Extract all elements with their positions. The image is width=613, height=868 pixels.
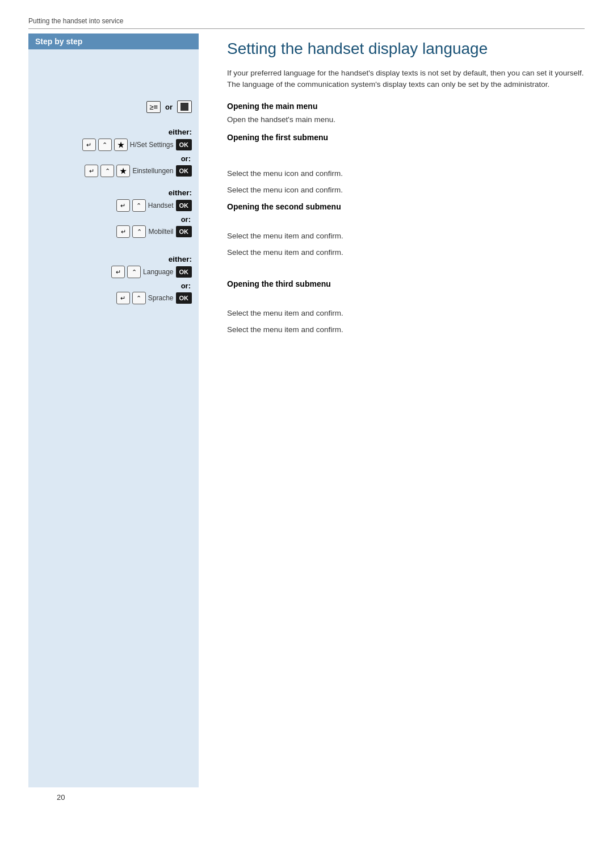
section-heading-0: Opening the main menu — [227, 102, 585, 111]
or-separator-1: or: — [35, 154, 192, 163]
instruction-3b: Select the menu item and confirm. — [227, 325, 585, 334]
section-1: either: ↵ ⌃ ★ H/Set Settings OK or: ↵ ⌃ — [35, 128, 192, 177]
step-row-3a: ↵ ⌃ Language OK — [35, 266, 192, 278]
right-column: Setting the handset display language If … — [210, 33, 585, 787]
page-title: Setting the handset display language — [227, 39, 585, 58]
star-icon-1a: ★ — [114, 139, 128, 151]
step-row-1b: ↵ ⌃ ★ Einstellungen OK — [35, 165, 192, 177]
nav-back-icon-1b: ↵ — [85, 165, 98, 177]
breadcrumb-text: Putting the handset into service — [28, 17, 123, 25]
nav-back-icon-2b: ↵ — [116, 225, 130, 238]
step-row-2a: ↵ ⌃ Handset OK — [35, 199, 192, 212]
page-number: 20 — [57, 793, 613, 802]
ok-button-3a: OK — [176, 266, 192, 278]
section-heading-3: Opening the third submenu — [227, 279, 585, 288]
instruction-1a: Select the menu icon and confirm. — [227, 169, 585, 178]
either-label-2: either: — [35, 188, 192, 197]
right-section-0: Opening the main menu Open the handset's… — [227, 102, 585, 124]
nav-up-icon-2a: ⌃ — [132, 199, 146, 212]
ok-button-3b: OK — [176, 292, 192, 304]
menu-text-2b: Mobilteil — [148, 228, 173, 236]
right-section-2: Opening the second submenu Select the me… — [227, 202, 585, 257]
nav-up-icon-1b: ⌃ — [100, 165, 114, 177]
or-separator-2: or: — [35, 215, 192, 224]
nav-up-icon-2b: ⌃ — [132, 225, 146, 238]
section-2: either: ↵ ⌃ Handset OK or: ↵ ⌃ Mobilteil — [35, 188, 192, 238]
or-separator-3: or: — [35, 282, 192, 290]
menu-list-icon: ≥≡ — [146, 101, 161, 113]
main-menu-or-text: or — [165, 103, 173, 111]
star-icon-1b: ★ — [116, 165, 130, 177]
step-row-1a: ↵ ⌃ ★ H/Set Settings OK — [35, 139, 192, 151]
instruction-2a: Select the menu item and confirm. — [227, 232, 585, 240]
nav-up-icon-3b: ⌃ — [132, 292, 146, 304]
square-icon — [177, 100, 192, 113]
menu-text-1a: H/Set Settings — [130, 141, 174, 149]
left-column: Step by step ≥≡ or either: — [28, 33, 210, 787]
instruction-1b: Select the menu icon and confirm. — [227, 186, 585, 194]
either-label-3: either: — [35, 255, 192, 263]
menu-text-3b: Sprache — [148, 294, 174, 302]
instruction-0: Open the handset's main menu. — [227, 115, 585, 124]
menu-text-1b: Einstellungen — [132, 167, 173, 175]
step-by-step-body: ≥≡ or either: ↵ ⌃ ★ H/Set Settings — [28, 49, 199, 787]
right-section-3: Opening the third submenu Select the men… — [227, 279, 585, 334]
step-row-2b: ↵ ⌃ Mobilteil OK — [35, 225, 192, 238]
nav-back-icon-2a: ↵ — [116, 199, 130, 212]
menu-text-3a: Language — [143, 268, 173, 276]
nav-back-icon-3a: ↵ — [111, 266, 125, 278]
nav-back-icon-1a: ↵ — [82, 139, 96, 151]
instruction-2b: Select the menu item and confirm. — [227, 248, 585, 257]
ok-button-2b: OK — [176, 226, 192, 237]
ok-button-1a: OK — [176, 139, 192, 150]
filled-square — [180, 103, 188, 111]
section-3: either: ↵ ⌃ Language OK or: ↵ ⌃ Sprache — [35, 255, 192, 304]
right-section-1: Opening the first submenu Select the men… — [227, 133, 585, 194]
either-label-1: either: — [35, 128, 192, 136]
section-heading-2: Opening the second submenu — [227, 202, 585, 211]
step-by-step-header: Step by step — [28, 33, 199, 49]
main-menu-row: ≥≡ or — [35, 100, 192, 113]
ok-button-1b: OK — [176, 165, 192, 177]
nav-up-icon-3a: ⌃ — [127, 266, 141, 278]
menu-text-2a: Handset — [148, 202, 174, 209]
step-row-3b: ↵ ⌃ Sprache OK — [35, 292, 192, 304]
intro-text: If your preferred language for the hands… — [227, 68, 585, 91]
page-header: Putting the handset into service — [28, 17, 585, 29]
nav-back-icon-3b: ↵ — [116, 292, 130, 304]
nav-up-icon-1a: ⌃ — [98, 139, 112, 151]
ok-button-2a: OK — [176, 200, 192, 211]
section-heading-1: Opening the first submenu — [227, 133, 585, 142]
instruction-3a: Select the menu item and confirm. — [227, 309, 585, 317]
